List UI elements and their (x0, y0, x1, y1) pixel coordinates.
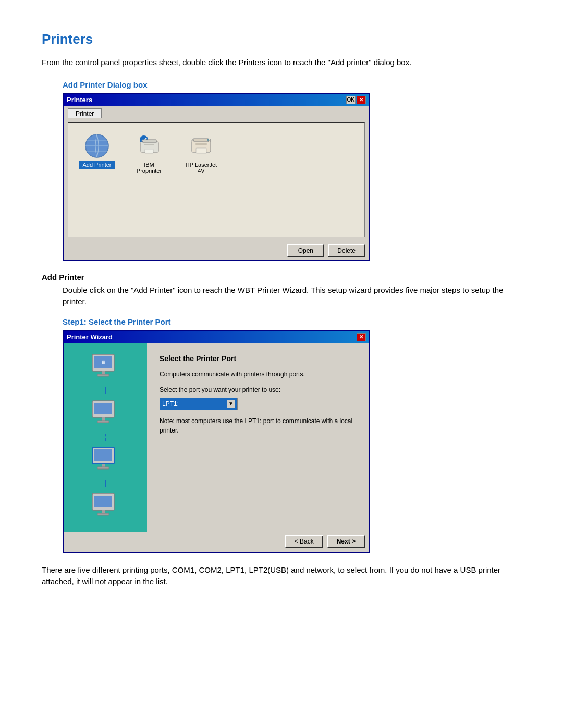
connector-line-1 (105, 387, 106, 394)
hp-printer-icon-img (189, 133, 214, 158)
printers-dialog-window: Printers OK ✕ Printer (63, 93, 370, 261)
wizard-titlebar-title: Printer Wizard (67, 333, 113, 341)
printers-titlebar-title: Printers (67, 96, 92, 104)
svg-rect-11 (194, 139, 209, 142)
ibm-printer-icon-img (137, 133, 162, 158)
svg-rect-23 (97, 421, 109, 423)
svg-rect-8 (144, 144, 154, 145)
svg-rect-13 (196, 148, 206, 153)
computer-icon-1: 🖥 (87, 353, 124, 382)
close-button[interactable]: ✕ (357, 96, 366, 104)
svg-rect-27 (97, 467, 109, 469)
open-button[interactable]: Open (287, 244, 324, 257)
add-printer-subsection-heading: Add Printer (42, 273, 521, 281)
add-printer-label: Add Printer (79, 161, 115, 169)
wizard-text-1: Computers communicate with printers thro… (160, 369, 357, 379)
computer-icon-2 (87, 400, 124, 428)
svg-rect-31 (97, 513, 109, 515)
add-printer-svg (84, 133, 109, 158)
wizard-titlebar: Printer Wizard ✕ (64, 331, 369, 343)
delete-button[interactable]: Delete (328, 244, 365, 257)
back-button[interactable]: < Back (285, 535, 323, 548)
step1-section-heading: Step1: Select the Printer Port (63, 317, 521, 326)
hp-printer-icon-item[interactable]: HP LaserJet4V (183, 133, 219, 174)
ibm-printer-svg (137, 133, 162, 158)
printers-titlebar: Printers OK ✕ (64, 94, 369, 106)
add-printer-section-heading: Add Printer Dialog box (63, 80, 521, 89)
wizard-select-value: LPT1: (162, 399, 179, 409)
wizard-body: 🖥 (64, 343, 369, 532)
dialog-bottom-buttons: Open Delete (64, 241, 369, 260)
wizard-label: Select the port you want your printer to… (160, 385, 357, 394)
connector-line-2 (105, 480, 106, 487)
add-printer-subsection-text: Double click on the "Add Printer" icon t… (63, 285, 521, 308)
wizard-section-title: Select the Printer Port (160, 353, 357, 364)
wizard-dialog-window: Printer Wizard ✕ 🖥 (63, 330, 370, 553)
svg-rect-25 (94, 449, 112, 461)
dropdown-arrow-icon: ▼ (227, 400, 235, 408)
ok-button[interactable]: OK (346, 96, 356, 104)
connector-line-dashed (105, 434, 106, 441)
add-printer-icon-item[interactable]: Add Printer (79, 133, 115, 174)
intro-text: From the control panel properties sheet,… (42, 57, 521, 69)
page-title: Printers (42, 31, 521, 47)
next-button[interactable]: Next > (327, 535, 365, 548)
wizard-note: Note: most computers use the LPT1: port … (160, 416, 357, 435)
svg-rect-12 (195, 143, 207, 145)
svg-rect-22 (102, 417, 105, 421)
wizard-footer: < Back Next > (64, 532, 369, 552)
svg-rect-21 (94, 403, 112, 414)
svg-rect-9 (145, 149, 153, 153)
svg-rect-30 (102, 510, 105, 513)
ibm-printer-label: IBMProprinter (137, 162, 162, 174)
computer-icon-4 (87, 492, 124, 521)
wizard-titlebar-buttons: ✕ (357, 333, 366, 341)
printer-icons-row: Add Printer (74, 128, 359, 179)
bottom-text: There are five different printing ports,… (42, 564, 521, 588)
svg-rect-29 (94, 496, 112, 507)
tab-printer[interactable]: Printer (68, 108, 102, 118)
tab-bar: Printer (64, 106, 369, 118)
ibm-printer-icon-item[interactable]: IBMProprinter (131, 133, 167, 174)
wizard-port-select[interactable]: LPT1: ▼ (160, 398, 238, 410)
computer-icon-3 (87, 446, 124, 475)
svg-rect-19 (97, 374, 109, 376)
add-printer-icon-img (84, 133, 109, 158)
svg-rect-26 (102, 464, 105, 467)
svg-rect-18 (102, 371, 105, 374)
wizard-right-panel: Select the Printer Port Computers commun… (147, 343, 369, 532)
printer-content-area: Add Printer (68, 122, 365, 237)
hp-printer-label: HP LaserJet4V (186, 162, 217, 174)
hp-printer-svg (189, 133, 214, 158)
svg-text:🖥: 🖥 (101, 360, 106, 365)
wizard-close-button[interactable]: ✕ (357, 333, 366, 341)
titlebar-buttons: OK ✕ (346, 96, 366, 104)
svg-rect-7 (143, 140, 156, 143)
wizard-left-panel: 🖥 (64, 343, 147, 532)
svg-point-14 (207, 139, 209, 141)
